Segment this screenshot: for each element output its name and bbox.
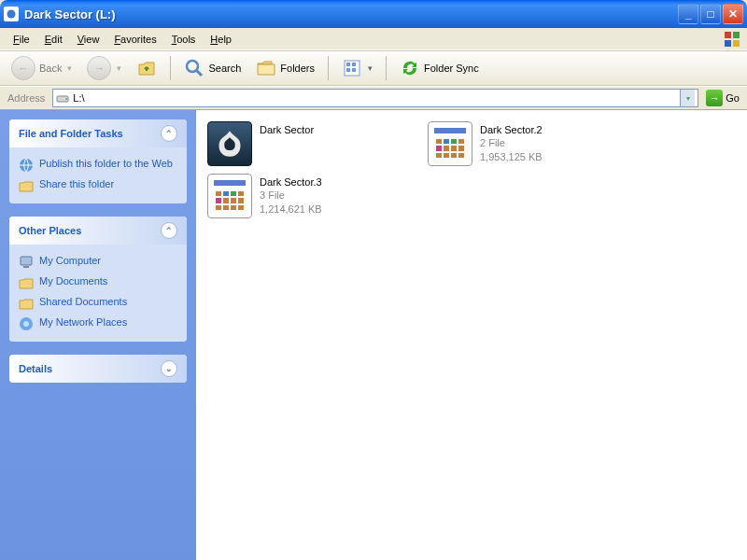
chevron-down-icon: ▾ [67,63,72,73]
menu-file[interactable]: File [6,30,37,49]
folders-button[interactable]: Folders [250,54,320,82]
address-dropdown[interactable]: ▾ [680,90,695,106]
svg-point-18 [23,321,29,327]
sidebar: File and Folder Tasks ⌃ Publish this fol… [0,110,196,560]
svg-rect-2 [733,32,740,38]
menu-tools[interactable]: Tools [164,30,204,49]
window-title: Dark Sector (L:) [24,7,678,21]
document-icon [428,121,472,166]
folders-label: Folders [280,63,315,74]
sync-icon [400,58,420,78]
menu-view[interactable]: View [70,30,107,49]
place-network[interactable]: My Network Places [19,314,177,334]
details-header[interactable]: Details ⌄ [9,355,187,383]
menu-edit[interactable]: Edit [37,30,70,49]
svg-rect-4 [733,40,740,47]
file-item[interactable]: Dark Sector [205,119,411,168]
task-label: Share this folder [39,178,114,189]
places-header[interactable]: Other Places ⌃ [9,217,187,245]
folder-icon [19,296,34,311]
maximize-button[interactable]: □ [700,4,721,24]
address-field[interactable]: ▾ [52,89,698,107]
task-share[interactable]: Share this folder [19,175,177,196]
forward-arrow-icon: → [87,56,111,80]
minimize-button[interactable]: _ [678,4,698,24]
file-name: Dark Sector.3 [260,175,322,189]
chevron-down-icon: ▾ [117,63,121,73]
app-file-icon [207,121,252,166]
windows-flag-icon [723,30,741,49]
file-item[interactable]: Dark Sector.3 3 File 1,214,621 KB [205,172,411,220]
back-button[interactable]: ← Back ▾ [6,52,78,84]
svg-point-13 [65,98,67,100]
menubar: File Edit View Favorites Tools Help [0,28,747,50]
place-shared-documents[interactable]: Shared Documents [19,293,177,314]
go-button[interactable]: → Go [702,90,743,106]
computer-icon [19,255,34,270]
places-panel: Other Places ⌃ My Computer My Documents … [9,217,187,342]
search-icon [184,58,204,78]
file-type: 3 File [260,189,322,202]
go-arrow-icon: → [706,90,723,106]
menu-help[interactable]: Help [203,30,239,49]
file-size: 1,953,125 KB [480,150,543,163]
file-list: Dark Sector Dark Sector.2 2 File 1,953,1… [196,110,747,560]
details-panel: Details ⌄ [9,355,187,383]
folder-sync-label: Folder Sync [424,63,479,74]
place-my-computer[interactable]: My Computer [19,252,177,273]
expand-icon: ⌄ [161,360,177,377]
svg-line-6 [196,70,202,76]
collapse-icon: ⌃ [161,222,177,239]
tasks-title: File and Folder Tasks [19,128,123,139]
svg-point-0 [7,10,16,19]
close-button[interactable]: ✕ [723,4,743,24]
toolbar: ← Back ▾ → ▾ Search Folders ▾ Folder S [0,50,747,86]
share-folder-icon [19,178,34,193]
place-my-documents[interactable]: My Documents [19,273,177,293]
svg-rect-9 [352,63,356,66]
search-label: Search [208,63,241,74]
collapse-icon: ⌃ [161,125,177,142]
svg-rect-1 [725,32,731,38]
network-icon [19,316,34,331]
app-icon [4,7,19,21]
search-button[interactable]: Search [178,54,247,82]
back-arrow-icon: ← [11,56,35,80]
addressbar: Address ▾ → Go [0,86,747,110]
menu-favorites[interactable]: Favorites [106,30,163,49]
document-icon [207,174,252,218]
address-label: Address [4,92,49,104]
forward-button[interactable]: → ▾ [81,52,127,84]
chevron-down-icon: ▾ [368,63,373,73]
address-input[interactable] [73,92,676,104]
tasks-header[interactable]: File and Folder Tasks ⌃ [9,119,187,147]
svg-rect-15 [21,257,32,265]
up-button[interactable] [131,54,162,82]
file-size: 1,214,621 KB [260,203,322,216]
task-label: Publish this folder to the Web [39,158,173,169]
file-name: Dark Sector.2 [480,123,543,136]
svg-rect-3 [725,40,731,47]
file-item[interactable]: Dark Sector.2 2 File 1,953,125 KB [426,119,631,168]
details-title: Details [19,363,52,374]
tasks-panel: File and Folder Tasks ⌃ Publish this fol… [9,119,187,203]
place-label: My Network Places [39,316,127,328]
separator [386,56,387,80]
svg-rect-10 [346,68,350,72]
folder-sync-button[interactable]: Folder Sync [394,54,485,82]
separator [328,56,329,80]
folder-up-icon [136,58,157,78]
titlebar: Dark Sector (L:) _ □ ✕ [0,0,747,28]
file-name: Dark Sector [260,123,314,136]
places-title: Other Places [19,225,81,236]
views-icon [342,58,362,78]
folders-icon [256,58,276,78]
globe-icon [19,158,34,173]
place-label: My Computer [39,255,101,266]
svg-rect-16 [23,266,29,268]
back-label: Back [39,63,62,74]
separator [170,56,171,80]
views-button[interactable]: ▾ [336,54,378,82]
task-publish[interactable]: Publish this folder to the Web [19,155,177,175]
place-label: Shared Documents [39,296,127,307]
